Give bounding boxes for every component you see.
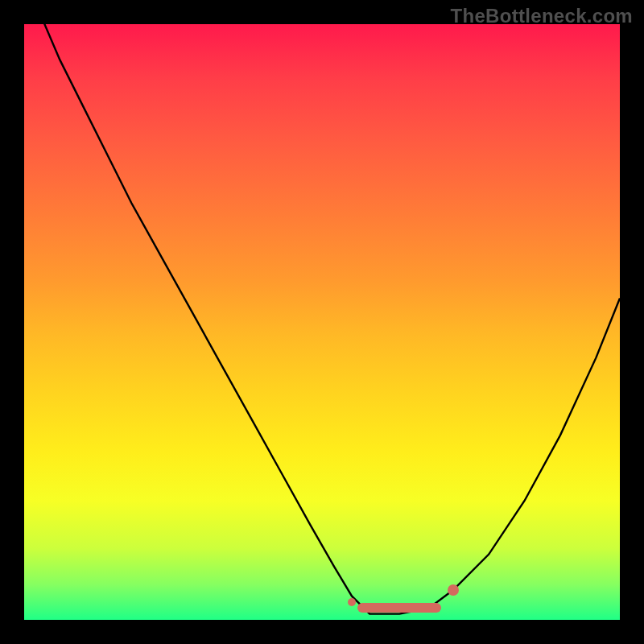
- curve-path: [24, 24, 620, 614]
- plot-area: [24, 24, 620, 620]
- chart-frame: TheBottleneck.com: [0, 0, 644, 644]
- marker-end-dot: [448, 584, 459, 596]
- marker-start-dot: [348, 598, 356, 606]
- bottleneck-curve: [24, 24, 620, 620]
- marker-flat-bar: [357, 603, 441, 613]
